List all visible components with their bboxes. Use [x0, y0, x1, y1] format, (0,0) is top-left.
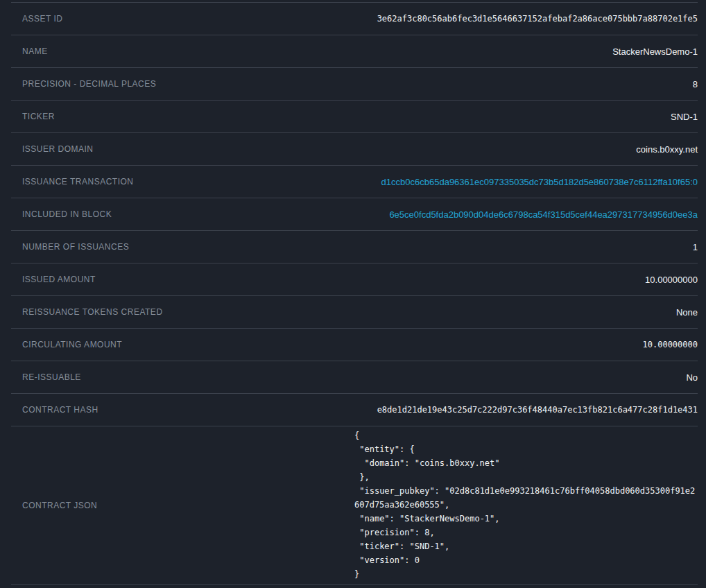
row-number-of-issuances: NUMBER OF ISSUANCES 1 [11, 230, 698, 263]
name-value: StackerNewsDemo-1 [354, 46, 698, 57]
row-included-in-block: INCLUDED IN BLOCK 6e5ce0fcd5fda2b090d04d… [11, 198, 698, 230]
row-issuance-transaction: ISSUANCE TRANSACTION d1ccb0c6cb65da96361… [11, 165, 698, 198]
precision-label: PRECISION - DECIMAL PLACES [11, 79, 354, 89]
row-reissuable: RE-ISSUABLE No [11, 361, 698, 393]
asset-id-value: 3e62af3c80c56ab6fec3d1e5646637152afebaf2… [354, 14, 698, 24]
reissuance-tokens-label: REISSUANCE TOKENS CREATED [11, 307, 354, 317]
contract-json-value: { "entity": { "domain": "coins.b0xxy.net… [354, 426, 698, 584]
row-ticker: TICKER SND-1 [11, 100, 698, 132]
included-in-block-label: INCLUDED IN BLOCK [11, 209, 354, 219]
reissuance-tokens-value: None [354, 307, 698, 318]
row-issued-amount: ISSUED AMOUNT 10.00000000 [11, 263, 698, 295]
reissuable-value: No [354, 372, 698, 383]
number-of-issuances-label: NUMBER OF ISSUANCES [11, 242, 354, 252]
issuance-transaction-link[interactable]: d1ccb0c6cb65da96361ec097335035dc73b5d182… [381, 177, 698, 187]
contract-json-label: CONTRACT JSON [11, 501, 354, 510]
ticker-value: SND-1 [354, 112, 698, 122]
circulating-amount-value: 10.00000000 [354, 340, 698, 349]
row-asset-id: ASSET ID 3e62af3c80c56ab6fec3d1e56466371… [11, 2, 698, 35]
asset-details-table: ASSET ID 3e62af3c80c56ab6fec3d1e56466371… [11, 2, 698, 585]
contract-hash-label: CONTRACT HASH [11, 405, 354, 415]
issuer-domain-label: ISSUER DOMAIN [11, 144, 354, 154]
row-contract-hash: CONTRACT HASH e8de1d21de19e43c25d7c222d9… [11, 393, 698, 426]
row-contract-json: CONTRACT JSON { "entity": { "domain": "c… [11, 426, 698, 584]
issued-amount-label: ISSUED AMOUNT [11, 275, 354, 284]
row-precision: PRECISION - DECIMAL PLACES 8 [11, 67, 698, 100]
issuance-transaction-value: d1ccb0c6cb65da96361ec097335035dc73b5d182… [354, 177, 698, 187]
issued-amount-value: 10.00000000 [354, 275, 698, 285]
issuer-domain-value: coins.b0xxy.net [354, 144, 698, 155]
reissuable-label: RE-ISSUABLE [11, 372, 354, 382]
issuance-transaction-label: ISSUANCE TRANSACTION [11, 177, 354, 187]
contract-hash-value: e8de1d21de19e43c25d7c222d97c36f48440a7ec… [354, 405, 698, 415]
included-in-block-link[interactable]: 6e5ce0fcd5fda2b090d04de6c6798ca54f315d5c… [389, 209, 698, 220]
asset-id-label: ASSET ID [11, 14, 354, 24]
row-issuer-domain: ISSUER DOMAIN coins.b0xxy.net [11, 132, 698, 165]
ticker-label: TICKER [11, 112, 354, 121]
row-name: NAME StackerNewsDemo-1 [11, 35, 698, 67]
row-reissuance-tokens: REISSUANCE TOKENS CREATED None [11, 295, 698, 328]
circulating-amount-label: CIRCULATING AMOUNT [11, 340, 354, 349]
contract-json-cell: { "entity": { "domain": "coins.b0xxy.net… [354, 426, 698, 584]
name-label: NAME [11, 46, 354, 56]
row-circulating-amount: CIRCULATING AMOUNT 10.00000000 [11, 328, 698, 361]
number-of-issuances-value: 1 [354, 242, 698, 252]
precision-value: 8 [354, 79, 698, 89]
included-in-block-value: 6e5ce0fcd5fda2b090d04de6c6798ca54f315d5c… [354, 209, 698, 220]
